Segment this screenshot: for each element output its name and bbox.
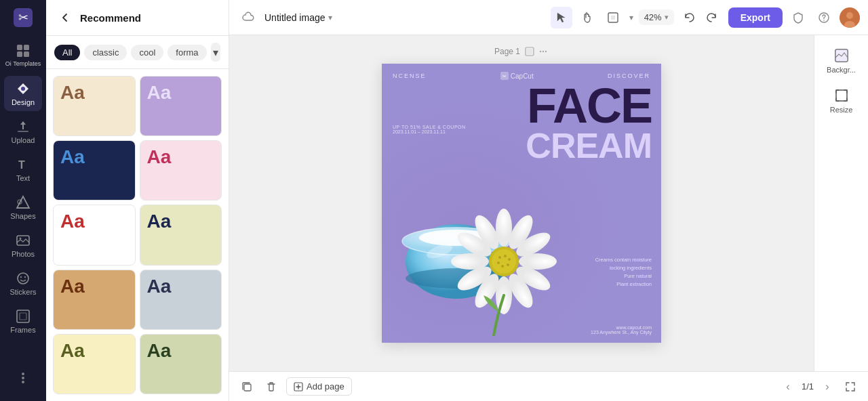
template-card-1[interactable]: Aa xyxy=(53,76,136,136)
svg-point-31 xyxy=(542,51,544,52)
svg-rect-63 xyxy=(244,384,251,391)
sidebar-item-templates[interactable]: Oi Templates xyxy=(4,38,42,73)
filter-cool[interactable]: cool xyxy=(131,45,163,60)
poster-headline: FACE CREAM xyxy=(526,84,652,163)
resize-button[interactable]: Resize xyxy=(818,82,865,119)
svg-rect-2 xyxy=(17,45,22,50)
sidebar-item-shapes[interactable]: Shapes xyxy=(4,190,42,225)
poster-headline2: CREAM xyxy=(526,128,652,163)
sidebar-more-btn[interactable] xyxy=(4,360,42,396)
right-panel: Backgr... Resize xyxy=(814,35,868,371)
user-avatar[interactable] xyxy=(840,7,860,28)
daisy-flower-image xyxy=(443,200,578,336)
export-button[interactable]: Export xyxy=(728,7,783,28)
sidebar-upload-label: Upload xyxy=(12,136,35,144)
document-title-area[interactable]: Untitled image ▾ xyxy=(264,12,332,23)
svg-rect-5 xyxy=(24,51,29,57)
hand-tool-button[interactable] xyxy=(576,7,598,28)
svg-point-56 xyxy=(508,258,511,261)
svg-rect-4 xyxy=(17,51,22,57)
poster-detail1: Creams contain moisture xyxy=(595,256,652,264)
topbar-right: Export xyxy=(728,7,860,28)
undo-redo-group xyxy=(678,7,723,28)
sidebar-item-upload[interactable]: Upload xyxy=(4,114,42,149)
svg-point-57 xyxy=(507,263,509,266)
zoom-level: 42% xyxy=(644,12,662,22)
panel-back-button[interactable] xyxy=(56,8,75,27)
sidebar-item-text[interactable]: T Text xyxy=(4,152,42,187)
filter-more-button[interactable]: ▾ xyxy=(211,43,220,62)
duplicate-page-button[interactable] xyxy=(237,377,256,396)
sidebar-item-photos[interactable]: Photos xyxy=(4,228,42,263)
poster-promo-text: UP TO 51% SALE & COUPON 2023.11.01 – 202… xyxy=(393,125,466,134)
template-card-4[interactable]: Aa xyxy=(140,140,222,200)
page-navigation: ‹ 1/1 › xyxy=(780,379,835,395)
sidebar-item-design[interactable]: Design xyxy=(4,76,42,111)
template-card-3[interactable]: Aa xyxy=(53,140,136,200)
app-logo[interactable]: ✂ xyxy=(11,5,35,30)
bottom-bar: Add page ‹ 1/1 › xyxy=(229,371,868,401)
next-page-button[interactable]: › xyxy=(819,379,835,395)
template-card-7[interactable]: Aa xyxy=(53,270,136,330)
template-card-8[interactable]: Aa xyxy=(140,270,222,330)
svg-point-55 xyxy=(504,255,507,257)
add-page-button[interactable]: Add page xyxy=(286,377,352,396)
panel-header: Recommend xyxy=(46,0,229,36)
svg-text:T: T xyxy=(18,159,25,171)
svg-point-59 xyxy=(497,261,500,264)
frame-tool-button[interactable] xyxy=(602,7,624,28)
svg-rect-16 xyxy=(17,310,29,322)
svg-point-20 xyxy=(22,381,24,383)
poster-headline1: FACE xyxy=(526,84,652,128)
zoom-control[interactable]: 42% ▾ xyxy=(639,9,674,25)
template-card-5[interactable]: Aa xyxy=(53,205,136,265)
svg-point-13 xyxy=(18,273,28,284)
page-label-text: Page 1 xyxy=(494,47,520,56)
filter-forma[interactable]: forma xyxy=(167,45,206,60)
undo-button[interactable] xyxy=(678,7,700,28)
svg-rect-3 xyxy=(24,45,29,50)
template-card-10[interactable]: Aa xyxy=(140,334,222,394)
frame-chevron-icon: ▾ xyxy=(628,13,635,22)
resize-label: Resize xyxy=(830,106,853,114)
topbar: Untitled image ▾ xyxy=(229,0,868,35)
svg-rect-62 xyxy=(836,90,847,101)
sidebar: ✂ Oi Templates Design Upload T Text xyxy=(0,0,46,401)
page-icons xyxy=(524,46,549,57)
title-chevron-icon: ▾ xyxy=(328,13,332,22)
cloud-save-button[interactable] xyxy=(237,7,259,28)
svg-rect-29 xyxy=(527,49,532,54)
filter-row: All classic cool forma ▾ xyxy=(46,36,229,69)
prev-page-button[interactable]: ‹ xyxy=(780,379,796,395)
template-card-2[interactable]: Aa xyxy=(140,76,222,136)
svg-point-18 xyxy=(22,377,24,379)
sidebar-stickers-label: Stickers xyxy=(9,288,36,296)
page-label: Page 1 xyxy=(494,46,549,57)
sidebar-item-frames[interactable]: Frames xyxy=(4,303,42,339)
template-card-9[interactable]: Aa xyxy=(53,334,136,394)
template-card-6[interactable]: Aa xyxy=(140,205,222,265)
poster-address: 123 Anywhere St., Any Cityty xyxy=(591,330,652,335)
filter-classic[interactable]: classic xyxy=(84,45,127,60)
select-tool-button[interactable] xyxy=(551,7,572,28)
sidebar-item-stickers[interactable]: Stickers xyxy=(4,266,42,301)
sidebar-templates-label: Oi Templates xyxy=(5,60,41,68)
canvas-area[interactable]: Page 1 xyxy=(229,35,814,371)
svg-point-6 xyxy=(21,87,25,91)
poster-details: Creams contain moisture locking ingredie… xyxy=(595,256,652,289)
poster-website: www.capcut.com xyxy=(591,325,652,330)
poster-detail3: Pure natural xyxy=(595,272,652,280)
background-button[interactable]: Backgr... xyxy=(818,42,865,79)
redo-button[interactable] xyxy=(701,7,723,28)
filter-all[interactable]: All xyxy=(54,45,80,60)
delete-page-button[interactable] xyxy=(262,377,281,396)
shield-button[interactable] xyxy=(788,7,808,28)
poster-detail2: locking ingredients xyxy=(595,264,652,272)
design-canvas[interactable]: NCENSE ✂ CapCut DISCOVER FACE xyxy=(382,64,661,343)
zoom-chevron-icon: ▾ xyxy=(665,13,669,22)
help-button[interactable] xyxy=(814,7,834,28)
panel-title: Recommend xyxy=(80,12,141,24)
svg-marker-9 xyxy=(17,196,29,208)
fullscreen-button[interactable] xyxy=(841,377,860,396)
sidebar-design-label: Design xyxy=(12,98,35,106)
